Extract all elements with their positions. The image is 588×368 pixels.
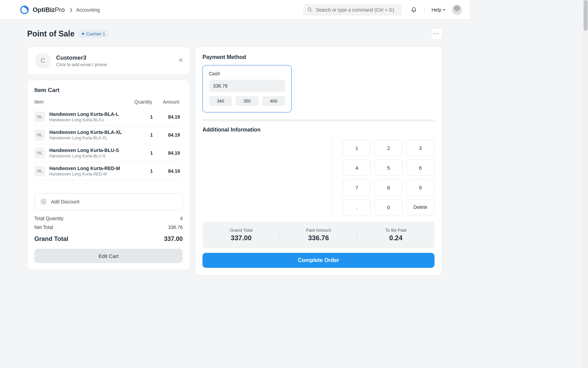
svg-point-6 xyxy=(43,201,43,201)
main: Point of Sale Cashier 1 ··· C Customer3 … xyxy=(0,20,470,296)
svg-point-7 xyxy=(44,202,45,203)
item-thumb: HL xyxy=(34,148,45,158)
chevron-down-icon: ▾ xyxy=(443,8,445,12)
user-avatar[interactable] xyxy=(452,5,462,15)
summary-tbp-label: To Be Paid xyxy=(357,228,435,233)
add-discount-button[interactable]: Add Discount xyxy=(34,193,183,210)
remove-customer-button[interactable] xyxy=(178,58,183,64)
payment-method-label: Cash xyxy=(209,71,285,76)
numpad-5[interactable]: 5 xyxy=(374,159,403,176)
quick-amounts: 340350400 xyxy=(209,96,285,106)
summary-grand-label: Grand Total xyxy=(202,228,280,233)
customer-name: Customer3 xyxy=(56,55,107,61)
payment-amount-input[interactable]: 336.76 xyxy=(209,80,285,92)
cart-columns: Item Quantity Amount xyxy=(34,99,183,108)
brand-mark-icon xyxy=(20,5,29,15)
numpad-dot[interactable]: . xyxy=(343,199,371,215)
item-name: Handwoven Long Kurta-BLA-XL xyxy=(49,129,129,135)
quick-amount-chip[interactable]: 400 xyxy=(262,96,285,106)
profile-badge[interactable]: Cashier 1 xyxy=(79,30,109,38)
summary-paid-value: 336.76 xyxy=(280,234,357,242)
totals: Total Quantity4 Net Total336.76 Grand To… xyxy=(34,216,183,243)
breadcrumb[interactable]: Accounting xyxy=(76,7,100,13)
item-thumb: HL xyxy=(34,166,45,177)
item-thumb: HL xyxy=(34,129,45,140)
brand[interactable]: OptiBizPro xyxy=(20,5,65,15)
ellipsis-icon: ··· xyxy=(434,31,440,36)
item-name: Handwoven Long Kurta-BLU-S xyxy=(49,148,129,153)
brand-text-bold: OptiBiz xyxy=(33,6,55,13)
cart-row[interactable]: HLHandwoven Long Kurta-BLA-XLHandwoven L… xyxy=(34,126,181,144)
item-qty: 1 xyxy=(129,150,153,156)
add-discount-label: Add Discount xyxy=(51,199,79,204)
quick-amount-chip[interactable]: 350 xyxy=(235,96,259,106)
customer-card[interactable]: C Customer3 Click to add email / phone xyxy=(27,46,190,75)
numpad-4[interactable]: 4 xyxy=(343,159,371,176)
page-header: Point of Sale Cashier 1 ··· xyxy=(27,28,442,40)
payment-card: Payment Method Cash 336.76 340350400 Add… xyxy=(195,46,442,276)
cart-row[interactable]: HLHandwoven Long Kurta-BLU-SHandwoven Lo… xyxy=(34,144,181,162)
numpad-delete[interactable]: Delete xyxy=(406,199,435,215)
cart-list[interactable]: HLHandwoven Long Kurta-BLA-LHandwoven Lo… xyxy=(34,108,183,180)
bell-icon xyxy=(411,7,417,13)
customer-subtitle: Click to add email / phone xyxy=(56,62,107,67)
cart-row[interactable]: HLHandwoven Long Kurta-BLA-LHandwoven Lo… xyxy=(34,108,181,126)
total-qty-label: Total Quantity xyxy=(34,216,64,221)
cart-title: Item Cart xyxy=(34,87,183,94)
col-item: Item xyxy=(34,99,128,105)
numpad-2[interactable]: 2 xyxy=(374,140,403,156)
edit-cart-button[interactable]: Edit Cart xyxy=(34,249,183,263)
cart-row[interactable]: HLHandwoven Long Kurta-RED-MHandwoven Lo… xyxy=(34,162,181,180)
item-qty: 1 xyxy=(129,168,153,174)
divider xyxy=(424,6,425,14)
search-placeholder: Search or type a command (Ctrl + G) xyxy=(316,7,394,13)
page-title: Point of Sale xyxy=(27,29,75,39)
item-sku: Handwoven Long Kurta-BLU-S xyxy=(49,154,129,158)
status-dot-icon xyxy=(82,33,84,35)
search-icon xyxy=(307,7,312,12)
summary-grand-value: 337.00 xyxy=(202,234,280,242)
complete-order-button[interactable]: Complete Order xyxy=(202,253,435,268)
customer-avatar: C xyxy=(35,53,51,68)
col-amount: Amount xyxy=(152,99,179,105)
notifications-button[interactable] xyxy=(410,6,418,14)
more-button[interactable]: ··· xyxy=(431,28,442,40)
numpad-3[interactable]: 3 xyxy=(406,140,435,156)
help-label: Help xyxy=(431,7,441,13)
item-name: Handwoven Long Kurta-BLA-L xyxy=(49,111,129,117)
summary-paid-label: Paid Amount xyxy=(280,228,357,233)
payment-method-cash[interactable]: Cash 336.76 340350400 xyxy=(202,65,292,112)
close-icon xyxy=(178,58,183,63)
chevron-right-icon: ❯ xyxy=(69,7,73,12)
numpad-8[interactable]: 8 xyxy=(374,179,403,196)
item-name: Handwoven Long Kurta-RED-M xyxy=(49,166,129,171)
section-divider xyxy=(202,119,435,121)
item-amount: 84.19 xyxy=(153,168,180,174)
quick-amount-chip[interactable]: 340 xyxy=(209,96,232,106)
grand-total-value: 337.00 xyxy=(164,235,183,243)
item-qty: 1 xyxy=(129,114,153,120)
svg-point-1 xyxy=(308,8,311,11)
item-qty: 1 xyxy=(129,132,153,138)
item-sku: Handwoven Long Kurta-RED-M xyxy=(49,172,129,177)
item-amount: 84.19 xyxy=(153,150,180,156)
item-thumb: HL xyxy=(34,111,45,122)
item-sku: Handwoven Long Kurta-BLA-L xyxy=(49,118,129,122)
help-menu[interactable]: Help ▾ xyxy=(431,7,445,13)
search-input[interactable]: Search or type a command (Ctrl + G) xyxy=(303,4,402,16)
svg-line-2 xyxy=(311,10,312,12)
payment-summary: Grand Total 337.00 Paid Amount 336.76 To… xyxy=(202,221,435,248)
numpad-7[interactable]: 7 xyxy=(343,179,371,196)
cart-card: Item Cart Item Quantity Amount HLHandwov… xyxy=(27,80,190,270)
numpad-6[interactable]: 6 xyxy=(406,159,435,176)
item-sku: Handwoven Long Kurta-BLA-XL xyxy=(49,136,129,140)
numpad-1[interactable]: 1 xyxy=(343,140,371,156)
additional-info-area[interactable] xyxy=(202,137,332,215)
numpad-0[interactable]: 0 xyxy=(374,199,403,215)
numpad-9[interactable]: 9 xyxy=(406,179,435,196)
col-qty: Quantity xyxy=(128,99,152,105)
grand-total-label: Grand Total xyxy=(34,235,68,243)
top-bar: OptiBizPro ❯ Accounting Search or type a… xyxy=(0,0,470,20)
net-total-value: 336.76 xyxy=(168,225,183,230)
additional-info-title: Additional Information xyxy=(202,127,435,133)
